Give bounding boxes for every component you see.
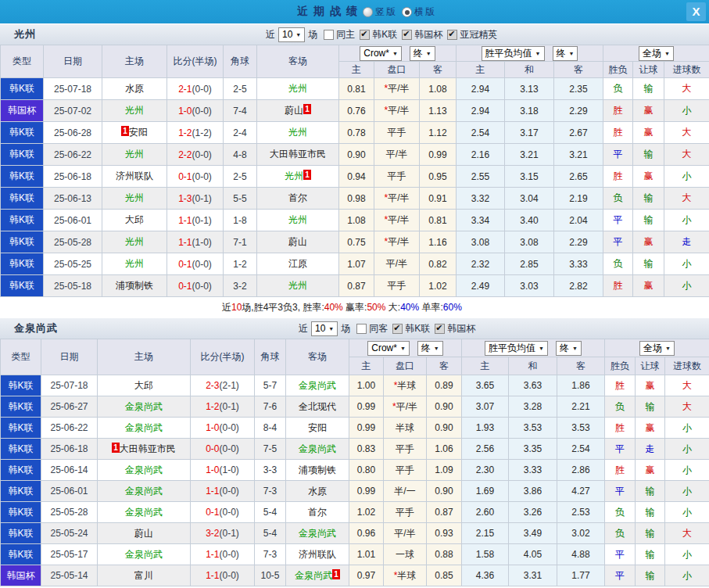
corner-score: 7-3	[255, 481, 286, 502]
team-home: 光州	[102, 231, 167, 253]
away-odds: 0.82	[420, 253, 457, 275]
avg-odds-0: 2.15	[462, 523, 509, 544]
final-select-2[interactable]: 终▼	[556, 341, 582, 356]
result-goals: 小	[664, 210, 709, 231]
header-dropdown-group: Crow*▼终▼	[339, 45, 457, 62]
avg-odds-1: 3.17	[505, 122, 554, 144]
bookmaker-select[interactable]: Crow*▼	[360, 46, 402, 61]
match-row: 韩K联25-05-25光州0-1(0-0)1-2江原1.07平/半0.822.3…	[1, 253, 709, 275]
team-away: 金泉尚武1	[286, 565, 349, 586]
match-date: 25-05-28	[41, 502, 98, 523]
league-badge: 韩K联	[1, 481, 41, 502]
avg-odds-2: 2.19	[554, 188, 603, 210]
handicap: 平手	[384, 460, 427, 481]
near-label: 近	[299, 322, 308, 335]
match-date: 25-06-28	[44, 122, 102, 144]
result-handicap: 输	[633, 78, 664, 100]
team-home: 光州	[102, 188, 167, 210]
near-label: 近	[266, 28, 275, 41]
team-away: 大田韩亚市民	[257, 144, 339, 166]
match-row: 韩K联25-06-01大邱1-1(0-1)1-8光州1.08*平/半0.813.…	[1, 210, 709, 231]
away-odds: 0.88	[427, 544, 462, 565]
handicap: 平手	[374, 122, 420, 144]
handicap: *平/半	[374, 100, 420, 122]
match-count-select[interactable]: 10▼	[278, 27, 305, 42]
team-home: 济州联队	[102, 166, 167, 188]
result-wdl: 平	[603, 144, 633, 166]
filter-checkbox-label-3[interactable]: 亚冠精英	[460, 28, 497, 41]
handicap: 平手	[384, 439, 427, 460]
col-header: 客	[427, 357, 462, 375]
result-wdl: 胜	[605, 460, 636, 481]
final-select-1[interactable]: 终▼	[410, 46, 435, 61]
scope-select[interactable]: 全场▼	[639, 46, 674, 61]
filter-checkbox-2[interactable]	[435, 324, 445, 334]
col-header: 让球	[636, 357, 665, 375]
radio-vertical-label[interactable]: 竖版	[375, 5, 397, 19]
filter-checkbox-label-0[interactable]: 同主	[336, 28, 355, 41]
score: 2-1(0-0)	[167, 78, 224, 100]
result-goals: 小	[664, 100, 709, 122]
home-odds: 0.96	[349, 523, 384, 544]
filter-checkbox-1[interactable]	[360, 30, 370, 40]
avg-odds-1: 3.31	[509, 565, 557, 586]
result-handicap: 输	[633, 210, 664, 231]
match-row: 韩K联25-06-13光州1-3(0-1)5-5首尔0.98*平/半0.913.…	[1, 188, 709, 210]
bookmaker-select[interactable]: Crow*▼	[367, 341, 410, 356]
radio-vertical[interactable]	[363, 7, 373, 17]
avg-odds-2: 3.33	[554, 253, 603, 275]
match-count-select[interactable]: 10▼	[311, 321, 338, 336]
corner-score: 8-4	[255, 418, 286, 439]
away-odds: 1.12	[420, 122, 457, 144]
result-goals: 大	[664, 122, 709, 144]
filter-checkbox-label-2[interactable]: 韩国杯	[414, 28, 442, 41]
result-goals: 小	[664, 166, 709, 188]
score: 0-1(0-0)	[191, 502, 255, 523]
filter-checkbox-label-1[interactable]: 韩K联	[372, 28, 397, 41]
result-handicap: 赢	[636, 375, 665, 396]
matches-table: 类型日期主场比分(半场)角球客场Crow*▼终▼胜平负均值▼终▼全场▼主盘口客主…	[0, 339, 709, 586]
corner-score: 7-4	[224, 100, 257, 122]
final-select-2[interactable]: 终▼	[553, 46, 578, 61]
col-header: 客场	[257, 45, 339, 78]
home-odds: 0.75	[339, 231, 374, 253]
radio-horizontal[interactable]	[402, 7, 412, 17]
filter-checkbox-label-2[interactable]: 韩国杯	[447, 322, 475, 335]
avg-odds-0: 2.49	[457, 275, 505, 297]
avg-select[interactable]: 胜平负均值▼	[485, 341, 548, 356]
chevron-down-icon: ▼	[665, 346, 671, 351]
avg-odds-0: 3.65	[462, 375, 509, 396]
chevron-down-icon: ▼	[400, 346, 406, 351]
team-section-bar: 光州近10▼场同主韩K联韩国杯亚冠精英	[0, 23, 709, 45]
filter-checkbox-2[interactable]	[402, 30, 412, 40]
league-badge: 韩K联	[1, 166, 44, 188]
filter-checkbox-label-0[interactable]: 同客	[369, 322, 388, 335]
away-odds: 1.08	[420, 78, 457, 100]
corner-score: 5-4	[255, 523, 286, 544]
filter-checkbox-1[interactable]	[392, 324, 403, 334]
away-odds: 0.95	[420, 166, 457, 188]
team-home: 大邱	[98, 375, 191, 396]
col-header: 进球数	[664, 62, 709, 78]
result-goals: 大	[664, 188, 709, 210]
avg-select[interactable]: 胜平负均值▼	[482, 46, 545, 61]
corner-score: 2-4	[224, 122, 257, 144]
team-away: 全北现代	[286, 396, 349, 418]
avg-odds-1: 3.53	[509, 418, 557, 439]
final-select-1[interactable]: 终▼	[417, 341, 443, 356]
match-date: 25-05-18	[44, 275, 102, 297]
result-handicap: 走	[636, 439, 665, 460]
score: 1-1(0-0)	[191, 481, 255, 502]
result-wdl: 负	[605, 502, 636, 523]
radio-horizontal-label[interactable]: 横版	[414, 5, 436, 19]
avg-odds-1: 3.18	[505, 100, 554, 122]
filter-checkbox-3[interactable]	[447, 30, 457, 40]
scope-select[interactable]: 全场▼	[639, 341, 675, 356]
close-icon[interactable]: X	[686, 2, 706, 21]
filter-checkbox-0[interactable]	[324, 30, 334, 40]
avg-odds-1: 3.49	[509, 523, 557, 544]
red-card-badge: 1	[112, 443, 120, 453]
team-home: 光州	[102, 100, 167, 122]
filter-checkbox-0[interactable]	[356, 324, 367, 334]
filter-checkbox-label-1[interactable]: 韩K联	[405, 322, 430, 335]
